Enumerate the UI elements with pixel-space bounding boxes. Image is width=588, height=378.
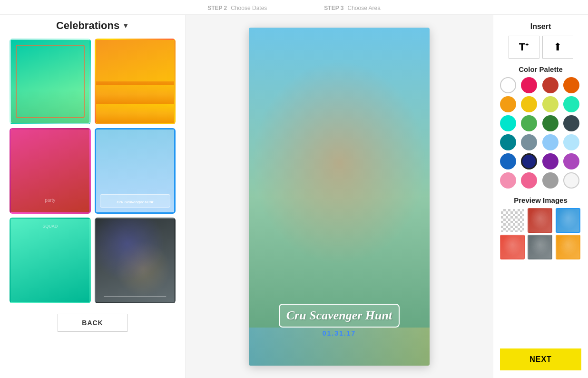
template-item[interactable]: SQUAD [10, 218, 91, 303]
color-swatch-navy[interactable] [521, 153, 537, 169]
template-item[interactable] [10, 39, 91, 124]
top-nav: STEP 2 Choose Dates STEP 3 Choose Area [0, 0, 588, 15]
template-preview: SQUAD [11, 219, 89, 302]
color-swatch-steel-blue[interactable] [521, 134, 537, 150]
step-3: STEP 3 Choose Area [324, 5, 381, 11]
template-item[interactable] [95, 218, 176, 303]
color-swatch-orange[interactable] [500, 96, 516, 112]
color-swatch-green-medium[interactable] [521, 115, 537, 131]
text-add-icon: T+ [519, 41, 529, 53]
back-button[interactable]: BACK [58, 314, 127, 332]
category-dropdown[interactable]: Celebrations ▼ [56, 20, 129, 32]
insert-image-button[interactable]: ⬆ [542, 36, 573, 59]
color-swatch-green-dark[interactable] [542, 115, 559, 131]
color-swatch-red[interactable] [542, 77, 559, 93]
step2-desc: Choose Dates [231, 5, 267, 11]
preview-thumb-thumb-3[interactable] [500, 235, 525, 259]
template-preview: party [11, 129, 89, 212]
step-2: STEP 2 Choose Dates [207, 5, 267, 11]
insert-text-button[interactable]: T+ [509, 36, 539, 59]
color-swatch-pink[interactable] [521, 172, 537, 189]
color-swatch-white[interactable] [500, 77, 516, 93]
color-swatch-pale-blue[interactable] [563, 134, 579, 150]
template-preview [96, 219, 175, 302]
step3-desc: Choose Area [347, 5, 380, 11]
preview-thumb-thumb-2[interactable] [556, 208, 580, 233]
insert-title: Insert [500, 22, 581, 31]
template-preview: Cru Scavenger Hunt [96, 129, 175, 212]
template-item[interactable]: party [10, 128, 91, 214]
color-palette-title: Color Palette [500, 65, 581, 73]
step2-label: STEP 2 [207, 5, 227, 11]
preview-thumb-thumb-1[interactable] [528, 208, 552, 233]
color-swatch-teal-light[interactable] [500, 115, 516, 131]
preview-thumb-blank[interactable] [500, 208, 525, 233]
chevron-down-icon: ▼ [122, 22, 129, 30]
color-swatch-yellow[interactable] [521, 96, 537, 112]
color-swatch-blue[interactable] [500, 153, 516, 169]
color-grid [500, 77, 581, 189]
template-item[interactable] [95, 39, 176, 124]
category-title: Celebrations [56, 20, 119, 32]
template-grid: party Cru Scavenger Hunt [10, 39, 176, 303]
preview-thumb-thumb-4[interactable] [528, 235, 552, 259]
color-swatch-mint[interactable] [563, 96, 579, 112]
color-swatch-purple[interactable] [542, 153, 559, 169]
step3-label: STEP 3 [324, 5, 343, 11]
preview-overlay: Cru Scavenger Hunt 01.31.17 [258, 304, 421, 337]
preview-title: Cru Scavenger Hunt [279, 304, 400, 328]
main-layout: Celebrations ▼ [0, 15, 588, 378]
color-swatch-light-blue[interactable] [542, 134, 559, 150]
template-item[interactable]: Cru Scavenger Hunt [95, 128, 176, 214]
template-preview [96, 40, 175, 123]
template-preview [11, 40, 89, 123]
right-panel: Insert T+ ⬆ Color Palette Preview Images… [493, 15, 588, 378]
preview-images-title: Preview Images [500, 196, 581, 204]
preview-thumbs [500, 208, 581, 259]
preview-thumb-thumb-5[interactable] [556, 235, 580, 259]
preview-frame: Cru Scavenger Hunt 01.31.17 [249, 28, 430, 366]
color-swatch-hot-pink[interactable] [521, 77, 537, 93]
thumb-checker-pattern [501, 209, 524, 232]
color-swatch-dark-olive[interactable] [563, 115, 579, 131]
color-swatch-violet[interactable] [563, 153, 579, 169]
center-preview: Cru Scavenger Hunt 01.31.17 [186, 15, 493, 378]
insert-buttons: T+ ⬆ [500, 36, 581, 59]
next-button[interactable]: NEXT [500, 348, 581, 370]
color-swatch-gray[interactable] [542, 172, 559, 189]
color-swatch-yellow-green[interactable] [542, 96, 559, 112]
upload-icon: ⬆ [553, 41, 562, 53]
preview-date: 01.31.17 [258, 329, 421, 337]
color-swatch-orange-red[interactable] [563, 77, 579, 93]
color-swatch-white2[interactable] [563, 172, 579, 189]
color-swatch-blush[interactable] [500, 172, 516, 189]
color-swatch-teal-dark[interactable] [500, 134, 516, 150]
left-panel: Celebrations ▼ [0, 15, 186, 378]
